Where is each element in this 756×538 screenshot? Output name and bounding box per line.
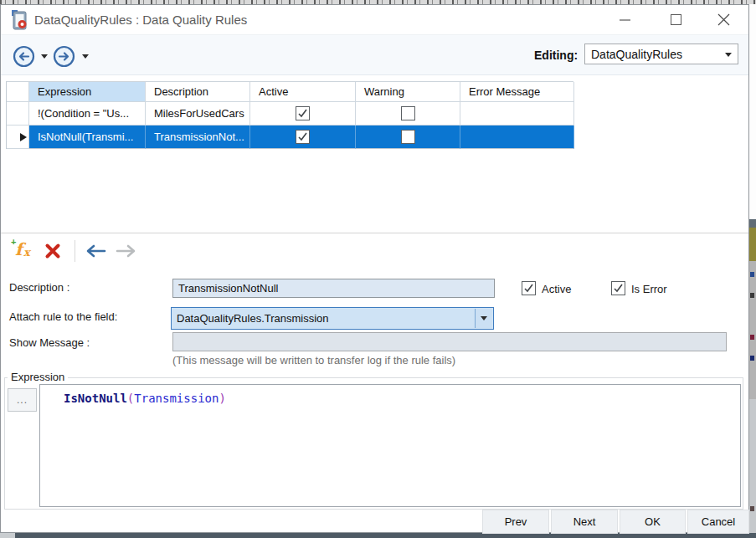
background-fragment <box>750 293 754 298</box>
active-checkbox[interactable] <box>296 130 310 144</box>
forward-dropdown-caret-icon[interactable] <box>82 54 89 59</box>
background-fragment <box>749 228 756 261</box>
code-identifier: Transmission <box>134 392 219 405</box>
window-title: DataQualityRules : Data Quality Rules <box>34 13 247 27</box>
expression-editor[interactable]: IsNotNull(Transmission) <box>39 384 741 507</box>
cell-description[interactable]: TransmissionNot... <box>146 126 250 149</box>
cell-error-message[interactable] <box>460 102 574 126</box>
editing-label: Editing: <box>534 49 578 62</box>
back-button[interactable] <box>13 45 35 68</box>
toolbar-separator <box>75 240 75 262</box>
cell-description[interactable]: MilesForUsedCars <box>146 102 250 126</box>
warning-checkbox[interactable] <box>401 130 415 144</box>
attach-field-label: Attach rule to the field: <box>9 310 117 323</box>
prev-button[interactable]: Prev <box>482 510 549 534</box>
active-checkbox-label: Active <box>542 283 571 295</box>
add-rule-button[interactable]: + f x <box>11 239 36 262</box>
show-message-hint: (This message will be written to transfe… <box>172 354 455 366</box>
chevron-down-icon <box>725 53 732 57</box>
fx-icon: f <box>15 239 23 259</box>
navigation-toolbar: Editing: DataQualityRules <box>1 34 748 75</box>
ok-button[interactable]: OK <box>620 510 686 534</box>
current-row-arrow-icon <box>20 133 27 141</box>
data-quality-rules-dialog: DataQualityRules : Data Quality Rules Ed… <box>0 4 749 533</box>
cancel-button[interactable]: Cancel <box>687 510 749 534</box>
column-header-error-message[interactable]: Error Message <box>460 82 574 102</box>
background-fragment <box>750 272 754 277</box>
maximize-button[interactable] <box>671 14 681 25</box>
column-header-warning[interactable]: Warning <box>356 82 460 102</box>
description-input[interactable]: TransmissionNotNull <box>172 279 495 298</box>
previous-rule-button[interactable] <box>85 244 106 258</box>
attach-field-dropdown[interactable]: DataQualityRules.Transmission <box>171 307 494 330</box>
background-fragment <box>750 506 754 511</box>
minimize-button[interactable] <box>620 19 630 21</box>
cell-expression[interactable]: !(Condition = "Us... <box>29 102 146 126</box>
forward-button[interactable] <box>53 45 75 68</box>
background-fragment <box>749 399 756 533</box>
background-window-right-edge <box>749 4 756 533</box>
row-selector-current[interactable] <box>7 126 29 149</box>
expression-builder-button[interactable]: ... <box>8 388 37 412</box>
column-header-active[interactable]: Active <box>250 82 356 102</box>
panel-divider <box>1 233 748 233</box>
column-header-description[interactable]: Description <box>146 82 250 102</box>
cell-active[interactable] <box>250 126 356 149</box>
cell-warning[interactable] <box>356 126 460 149</box>
show-message-label: Show Message : <box>9 336 90 349</box>
description-label: Description : <box>9 281 69 294</box>
rules-grid: Expression Description Active Warning Er… <box>6 81 573 149</box>
dropdown-arrow-button[interactable] <box>475 309 492 328</box>
expression-group-label: Expression <box>8 371 68 383</box>
is-error-checkbox[interactable] <box>611 281 625 295</box>
cell-error-message[interactable] <box>460 126 574 149</box>
close-button[interactable] <box>717 13 730 26</box>
code-function: IsNotNull <box>64 392 127 405</box>
active-checkbox[interactable] <box>522 281 536 295</box>
column-header-expression[interactable]: Expression <box>29 82 146 102</box>
warning-checkbox[interactable] <box>401 106 415 120</box>
is-error-checkbox-label: Is Error <box>631 283 667 295</box>
cell-warning[interactable] <box>356 102 460 126</box>
app-icon <box>11 10 28 30</box>
active-checkbox[interactable] <box>296 106 310 120</box>
cell-active[interactable] <box>250 102 356 126</box>
chevron-down-icon <box>481 316 487 320</box>
background-fragment <box>750 335 754 340</box>
editing-dropdown[interactable]: DataQualityRules <box>584 44 738 64</box>
next-button[interactable]: Next <box>551 510 618 534</box>
show-message-input[interactable] <box>172 332 727 351</box>
back-dropdown-caret-icon[interactable] <box>41 54 48 59</box>
background-fragment <box>749 219 756 228</box>
background-fragment <box>749 261 756 399</box>
code-close-paren: ) <box>219 392 225 405</box>
next-rule-button[interactable] <box>116 244 137 258</box>
cell-expression[interactable]: IsNotNull(Transmi... <box>29 126 146 149</box>
row-selector[interactable] <box>7 102 29 126</box>
attach-field-value: DataQualityRules.Transmission <box>177 312 329 325</box>
editing-dropdown-value: DataQualityRules <box>591 48 682 61</box>
delete-rule-button[interactable] <box>44 243 61 259</box>
background-fragment <box>750 356 754 361</box>
titlebar: DataQualityRules : Data Quality Rules <box>1 5 748 34</box>
grid-corner <box>7 82 29 102</box>
